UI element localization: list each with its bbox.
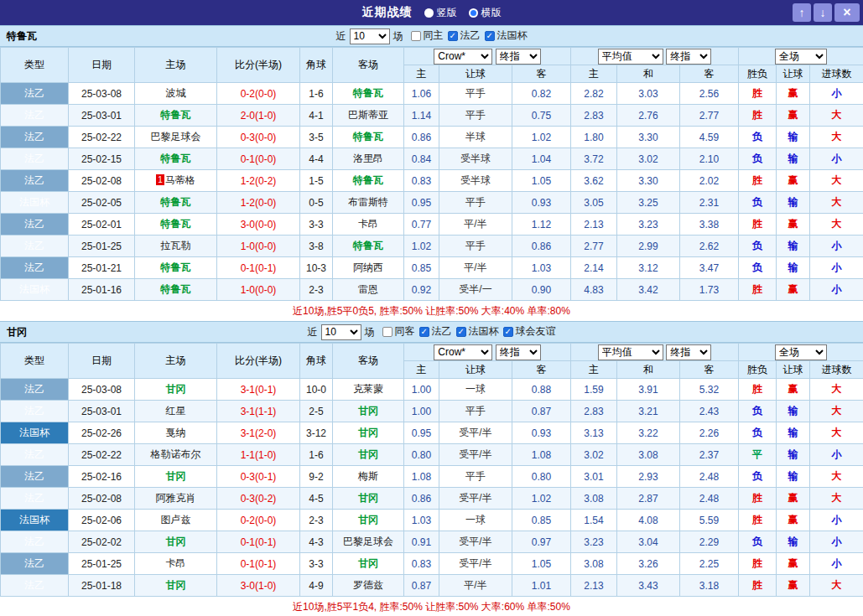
avg-draw-cell: 2.76 [617, 105, 680, 127]
away-team-name: 洛里昂 [353, 153, 383, 164]
radio-horizontal-layout[interactable]: 横版 [469, 6, 502, 20]
filter-option[interactable]: 同客 [382, 324, 415, 339]
away-team-cell: 甘冈 [333, 422, 404, 444]
odds-away-cell: 1.03 [512, 257, 571, 279]
radio-icon[interactable] [424, 8, 434, 18]
match-type-cell: 法乙 [1, 575, 69, 597]
handicap-result-cell: 赢 [777, 279, 810, 301]
odds-stage-select[interactable]: 终指 [496, 344, 541, 360]
home-team-cell: 1马蒂格 [135, 170, 217, 192]
scope-select[interactable]: 全场 [775, 344, 827, 360]
filter-option[interactable]: 同主 [411, 28, 444, 43]
radio-vertical-layout[interactable]: 竖版 [424, 6, 457, 20]
odds-away-cell: 1.05 [512, 553, 571, 575]
away-team-cell: 甘冈 [333, 553, 404, 575]
away-team-cell: 甘冈 [333, 401, 404, 422]
checkbox-icon[interactable] [456, 327, 466, 337]
score-cell: 0-1(0-1) [217, 531, 300, 553]
home-team-cell: 特鲁瓦 [135, 279, 217, 301]
result-cell: 胜 [739, 575, 777, 597]
away-team-cell: 甘冈 [333, 488, 404, 510]
checkbox-icon[interactable] [411, 31, 421, 41]
recent-count-select[interactable]: 10 [350, 28, 390, 44]
average-select[interactable]: 平均值 [598, 344, 663, 360]
checkbox-icon[interactable] [485, 31, 495, 41]
filter-option[interactable]: 法乙 [419, 324, 452, 339]
away-team-name: 卡昂 [358, 218, 378, 230]
match-type-cell: 法乙 [1, 257, 69, 279]
filter-option[interactable]: 法国杯 [456, 324, 499, 339]
goals-result-cell: 大 [810, 170, 863, 192]
date-cell: 25-02-06 [69, 510, 135, 531]
handicap-cell: 平手 [439, 236, 512, 257]
sub-col-handicap-result: 让球 [777, 65, 810, 83]
corner-cell: 3-12 [300, 422, 333, 444]
odds-stage-select[interactable]: 终指 [496, 49, 541, 65]
odds-away-cell: 0.87 [512, 401, 571, 422]
home-team-name: 特鲁瓦 [161, 283, 191, 295]
radio-icon[interactable] [469, 8, 478, 18]
odds-home-cell: 0.86 [404, 488, 439, 510]
avg-home-cell: 3.23 [571, 531, 617, 553]
away-team-name: 甘冈 [358, 448, 378, 460]
match-type-cell: 法乙 [1, 214, 69, 236]
away-team-name: 布雷斯特 [348, 196, 388, 208]
scroll-down-button[interactable]: ↓ [814, 3, 832, 22]
odds-home-cell: 0.95 [404, 192, 439, 214]
checkbox-icon[interactable] [448, 31, 458, 41]
scope-group: 全场 [739, 344, 863, 361]
table-row: 法乙 25-03-01 特鲁瓦 2-0(1-0) 4-1 巴斯蒂亚 1.14 平… [1, 105, 863, 127]
odds-away-cell: 0.93 [512, 192, 571, 214]
home-team-cell: 巴黎足球会 [135, 127, 217, 148]
average-stage-select[interactable]: 终指 [666, 344, 711, 360]
date-cell: 25-01-16 [69, 279, 135, 301]
score-cell: 0-3(0-0) [217, 127, 300, 148]
odds-home-cell: 0.92 [404, 279, 439, 301]
away-team-name: 巴黎足球会 [343, 536, 393, 547]
avg-home-cell: 3.02 [571, 444, 617, 466]
average-stage-select[interactable]: 终指 [666, 49, 711, 65]
home-team-name: 红星 [166, 405, 186, 417]
average-select[interactable]: 平均值 [598, 49, 663, 65]
checkbox-icon[interactable] [503, 327, 513, 337]
handicap-cell: 受平/半 [439, 488, 512, 510]
table-row: 法国杯 25-02-06 图卢兹 0-2(0-0) 2-3 甘冈 1.03 一球… [1, 510, 863, 531]
avg-draw-cell: 3.25 [617, 192, 680, 214]
goals-result-cell: 大 [810, 379, 863, 401]
filter-option[interactable]: 法乙 [448, 28, 481, 43]
filter-label: 法乙 [460, 28, 481, 43]
handicap-result-cell: 输 [777, 444, 810, 466]
col-header-away: 客场 [333, 344, 404, 379]
table-row: 法乙 25-02-15 特鲁瓦 0-1(0-0) 4-4 洛里昂 0.84 受半… [1, 148, 863, 170]
bookmaker-select[interactable]: Crow* [434, 49, 492, 65]
avg-away-cell: 2.31 [680, 192, 739, 214]
corner-cell: 9-2 [300, 466, 333, 488]
scope-select[interactable]: 全场 [775, 49, 827, 65]
bookmaker-select[interactable]: Crow* [434, 344, 492, 360]
handicap-result-cell: 输 [777, 148, 810, 170]
filter-option[interactable]: 法国杯 [485, 28, 528, 43]
avg-home-cell: 3.13 [571, 422, 617, 444]
col-header-score: 比分(半场) [217, 48, 300, 83]
filter-option[interactable]: 球会友谊 [503, 324, 556, 339]
result-cell: 胜 [739, 488, 777, 510]
match-type-cell: 法国杯 [1, 510, 69, 531]
games-suffix-label: 场 [365, 325, 375, 339]
checkbox-icon[interactable] [382, 327, 393, 337]
away-team-cell: 梅斯 [333, 466, 404, 488]
recent-count-select[interactable]: 10 [321, 324, 361, 340]
filter-controls: 近 10 场 同主法乙法国杯 [336, 28, 528, 44]
close-button[interactable]: × [834, 3, 860, 22]
matches-table: 类型 日期 主场 比分(半场) 角球 客场 Crow* 终指 平均值 终指 全场 [0, 343, 863, 597]
score-cell: 0-1(0-1) [217, 553, 300, 575]
avg-home-cell: 2.13 [571, 214, 617, 236]
score-cell: 0-3(0-2) [217, 488, 300, 510]
avg-home-cell: 1.80 [571, 127, 617, 148]
filter-label: 球会友谊 [516, 324, 556, 339]
score-cell: 0-2(0-0) [217, 510, 300, 531]
scroll-up-button[interactable]: ↑ [793, 3, 811, 22]
match-type-cell: 法国杯 [1, 279, 69, 301]
checkbox-icon[interactable] [419, 327, 429, 337]
goals-result-cell: 大 [810, 401, 863, 422]
home-team-cell: 特鲁瓦 [135, 214, 217, 236]
